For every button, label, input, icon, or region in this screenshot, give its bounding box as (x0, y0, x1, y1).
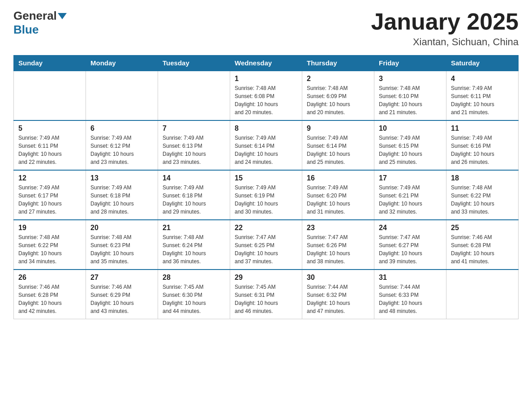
day-number: 28 (163, 274, 225, 282)
day-number: 21 (163, 224, 225, 232)
day-number: 12 (18, 174, 81, 182)
calendar-cell: 18Sunrise: 7:48 AM Sunset: 6:22 PM Dayli… (446, 170, 519, 220)
calendar-cell: 13Sunrise: 7:49 AM Sunset: 6:18 PM Dayli… (86, 170, 158, 220)
day-info: Sunrise: 7:49 AM Sunset: 6:19 PM Dayligh… (235, 184, 297, 216)
day-number: 13 (90, 174, 153, 182)
day-number: 19 (18, 224, 81, 232)
calendar-header-sunday: Sunday (14, 56, 86, 71)
day-info: Sunrise: 7:47 AM Sunset: 6:26 PM Dayligh… (307, 233, 369, 265)
day-number: 10 (379, 124, 442, 133)
calendar-cell: 16Sunrise: 7:49 AM Sunset: 6:20 PM Dayli… (302, 170, 374, 220)
calendar-cell: 5Sunrise: 7:49 AM Sunset: 6:11 PM Daylig… (14, 120, 86, 170)
day-info: Sunrise: 7:48 AM Sunset: 6:10 PM Dayligh… (379, 84, 442, 116)
logo-arrow-icon (58, 13, 67, 19)
calendar-cell: 29Sunrise: 7:45 AM Sunset: 6:31 PM Dayli… (230, 270, 302, 319)
logo: General Blue (13, 9, 68, 37)
calendar-cell: 22Sunrise: 7:47 AM Sunset: 6:25 PM Dayli… (230, 220, 302, 270)
day-number: 29 (235, 274, 297, 282)
calendar-cell: 12Sunrise: 7:49 AM Sunset: 6:17 PM Dayli… (14, 170, 86, 220)
day-number: 6 (90, 124, 153, 133)
day-info: Sunrise: 7:48 AM Sunset: 6:22 PM Dayligh… (18, 233, 81, 265)
day-info: Sunrise: 7:46 AM Sunset: 6:28 PM Dayligh… (18, 283, 81, 315)
calendar-header-saturday: Saturday (446, 56, 519, 71)
calendar-cell: 20Sunrise: 7:48 AM Sunset: 6:23 PM Dayli… (86, 220, 158, 270)
day-number: 2 (307, 75, 369, 83)
calendar-cell: 21Sunrise: 7:48 AM Sunset: 6:24 PM Dayli… (158, 220, 230, 270)
day-number: 23 (307, 224, 369, 232)
day-number: 8 (235, 124, 297, 133)
calendar-cell: 30Sunrise: 7:44 AM Sunset: 6:32 PM Dayli… (302, 270, 374, 319)
day-info: Sunrise: 7:48 AM Sunset: 6:23 PM Dayligh… (90, 233, 153, 265)
day-info: Sunrise: 7:49 AM Sunset: 6:16 PM Dayligh… (451, 134, 514, 166)
day-number: 15 (235, 174, 297, 182)
day-number: 30 (307, 274, 369, 282)
day-info: Sunrise: 7:49 AM Sunset: 6:18 PM Dayligh… (90, 184, 153, 216)
calendar-cell: 24Sunrise: 7:47 AM Sunset: 6:27 PM Dayli… (374, 220, 446, 270)
day-info: Sunrise: 7:49 AM Sunset: 6:17 PM Dayligh… (18, 184, 81, 216)
calendar-cell: 8Sunrise: 7:49 AM Sunset: 6:14 PM Daylig… (230, 120, 302, 170)
day-info: Sunrise: 7:49 AM Sunset: 6:12 PM Dayligh… (90, 134, 153, 166)
calendar-cell: 15Sunrise: 7:49 AM Sunset: 6:19 PM Dayli… (230, 170, 302, 220)
day-info: Sunrise: 7:49 AM Sunset: 6:21 PM Dayligh… (379, 184, 442, 216)
day-number: 26 (18, 274, 81, 282)
calendar-week-2: 5Sunrise: 7:49 AM Sunset: 6:11 PM Daylig… (14, 120, 519, 170)
calendar-cell (158, 71, 230, 120)
logo-blue: Blue (13, 23, 39, 37)
day-info: Sunrise: 7:46 AM Sunset: 6:29 PM Dayligh… (90, 283, 153, 315)
calendar-cell: 6Sunrise: 7:49 AM Sunset: 6:12 PM Daylig… (86, 120, 158, 170)
calendar-cell: 3Sunrise: 7:48 AM Sunset: 6:10 PM Daylig… (374, 71, 446, 120)
calendar-cell: 25Sunrise: 7:46 AM Sunset: 6:28 PM Dayli… (446, 220, 519, 270)
day-info: Sunrise: 7:49 AM Sunset: 6:11 PM Dayligh… (451, 84, 514, 116)
calendar-cell: 19Sunrise: 7:48 AM Sunset: 6:22 PM Dayli… (14, 220, 86, 270)
day-info: Sunrise: 7:49 AM Sunset: 6:11 PM Dayligh… (18, 134, 81, 166)
day-info: Sunrise: 7:45 AM Sunset: 6:30 PM Dayligh… (163, 283, 225, 315)
calendar-cell: 10Sunrise: 7:49 AM Sunset: 6:15 PM Dayli… (374, 120, 446, 170)
calendar-cell: 7Sunrise: 7:49 AM Sunset: 6:13 PM Daylig… (158, 120, 230, 170)
day-number: 3 (379, 75, 442, 83)
calendar-cell: 27Sunrise: 7:46 AM Sunset: 6:29 PM Dayli… (86, 270, 158, 319)
day-info: Sunrise: 7:45 AM Sunset: 6:31 PM Dayligh… (235, 283, 297, 315)
calendar-cell: 1Sunrise: 7:48 AM Sunset: 6:08 PM Daylig… (230, 71, 302, 120)
calendar-week-5: 26Sunrise: 7:46 AM Sunset: 6:28 PM Dayli… (14, 270, 519, 319)
day-number: 9 (307, 124, 369, 133)
day-info: Sunrise: 7:44 AM Sunset: 6:33 PM Dayligh… (379, 283, 442, 315)
day-info: Sunrise: 7:48 AM Sunset: 6:22 PM Dayligh… (451, 184, 514, 216)
calendar-title: January 2025 (371, 9, 519, 34)
calendar-cell: 31Sunrise: 7:44 AM Sunset: 6:33 PM Dayli… (374, 270, 446, 319)
calendar-cell: 28Sunrise: 7:45 AM Sunset: 6:30 PM Dayli… (158, 270, 230, 319)
calendar-week-3: 12Sunrise: 7:49 AM Sunset: 6:17 PM Dayli… (14, 170, 519, 220)
calendar-cell: 9Sunrise: 7:49 AM Sunset: 6:14 PM Daylig… (302, 120, 374, 170)
calendar-cell: 23Sunrise: 7:47 AM Sunset: 6:26 PM Dayli… (302, 220, 374, 270)
day-info: Sunrise: 7:44 AM Sunset: 6:32 PM Dayligh… (307, 283, 369, 315)
calendar-header-thursday: Thursday (302, 56, 374, 71)
day-number: 31 (379, 274, 442, 282)
day-number: 20 (90, 224, 153, 232)
calendar-cell (446, 270, 519, 319)
day-number: 11 (451, 124, 514, 133)
day-info: Sunrise: 7:48 AM Sunset: 6:24 PM Dayligh… (163, 233, 225, 265)
calendar-header-monday: Monday (86, 56, 158, 71)
calendar-cell (86, 71, 158, 120)
calendar-cell (14, 71, 86, 120)
day-number: 7 (163, 124, 225, 133)
day-info: Sunrise: 7:48 AM Sunset: 6:09 PM Dayligh… (307, 84, 369, 116)
calendar-cell: 4Sunrise: 7:49 AM Sunset: 6:11 PM Daylig… (446, 71, 519, 120)
day-number: 4 (451, 75, 514, 83)
day-number: 17 (379, 174, 442, 182)
day-info: Sunrise: 7:49 AM Sunset: 6:13 PM Dayligh… (163, 134, 225, 166)
calendar-header-row: SundayMondayTuesdayWednesdayThursdayFrid… (14, 56, 519, 71)
calendar-table: SundayMondayTuesdayWednesdayThursdayFrid… (13, 55, 519, 319)
day-info: Sunrise: 7:47 AM Sunset: 6:27 PM Dayligh… (379, 233, 442, 265)
calendar-cell: 2Sunrise: 7:48 AM Sunset: 6:09 PM Daylig… (302, 71, 374, 120)
day-number: 24 (379, 224, 442, 232)
calendar-cell: 14Sunrise: 7:49 AM Sunset: 6:18 PM Dayli… (158, 170, 230, 220)
calendar-header-tuesday: Tuesday (158, 56, 230, 71)
calendar-header-friday: Friday (374, 56, 446, 71)
day-number: 18 (451, 174, 514, 182)
calendar-header-wednesday: Wednesday (230, 56, 302, 71)
calendar-subtitle: Xiantan, Sichuan, China (371, 36, 519, 48)
day-number: 25 (451, 224, 514, 232)
day-number: 5 (18, 124, 81, 133)
day-number: 22 (235, 224, 297, 232)
day-info: Sunrise: 7:49 AM Sunset: 6:18 PM Dayligh… (163, 184, 225, 216)
